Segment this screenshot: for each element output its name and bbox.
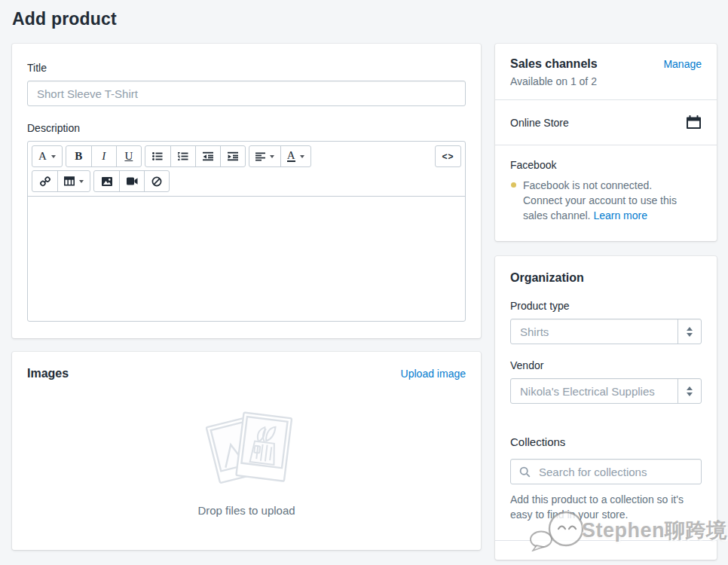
outdent-button[interactable] <box>195 146 220 166</box>
text-format-dropdown[interactable]: A <box>32 146 62 166</box>
insert-link-button[interactable] <box>32 171 57 191</box>
italic-button[interactable]: I <box>91 146 116 166</box>
numbered-list-button[interactable] <box>170 146 195 166</box>
table-icon <box>64 176 75 186</box>
outdent-icon <box>203 151 213 161</box>
numbered-list-icon <box>178 151 188 161</box>
calendar-icon[interactable] <box>686 115 702 130</box>
organization-card: Organization Product type Shirts Vendor <box>495 256 717 560</box>
chevron-down-icon <box>270 155 274 158</box>
photos-illustration-icon <box>199 405 294 489</box>
stepper-down-icon <box>687 333 693 337</box>
title-input[interactable] <box>27 81 466 106</box>
vendor-stepper[interactable] <box>678 379 701 403</box>
page-title: Add product <box>12 9 716 29</box>
underline-button[interactable]: U <box>116 146 141 166</box>
content: Title Description A <box>0 44 728 560</box>
format-letter-icon: A <box>38 150 47 163</box>
clear-formatting-button[interactable] <box>144 171 169 191</box>
insert-video-button[interactable] <box>119 171 144 191</box>
online-store-label: Online Store <box>510 117 569 129</box>
text-color-dropdown[interactable]: A <box>280 146 310 166</box>
image-dropzone[interactable]: Drop files to upload <box>27 380 466 535</box>
vendor-select[interactable]: Nikola's Electrical Supplies <box>510 378 702 404</box>
collections-help-text: Add this product to a collection so it's… <box>510 492 700 522</box>
image-icon <box>102 177 112 186</box>
warning-dot-icon <box>511 182 516 188</box>
description-editor: A B I U <box>27 141 466 322</box>
description-textarea[interactable] <box>28 196 465 321</box>
title-label: Title <box>27 62 466 74</box>
stepper-down-icon <box>687 392 693 396</box>
stepper-up-icon <box>687 327 693 331</box>
images-card-title: Images <box>27 367 69 380</box>
sales-channels-title: Sales channels <box>510 57 598 71</box>
chevron-down-icon <box>79 180 84 183</box>
dropzone-text: Drop files to upload <box>197 504 295 517</box>
sales-channels-card: Sales channels Manage Available on 1 of … <box>495 44 717 241</box>
page-header: Add product <box>0 0 728 44</box>
text-color-icon: A <box>287 151 295 162</box>
bold-button[interactable]: B <box>66 146 91 166</box>
main-column: Title Description A <box>12 44 481 550</box>
clear-formatting-icon <box>151 176 162 187</box>
bulleted-list-button[interactable] <box>145 146 170 166</box>
learn-more-link[interactable]: Learn more <box>593 209 647 221</box>
bulleted-list-icon <box>152 151 163 161</box>
indent-button[interactable] <box>220 146 245 166</box>
insert-table-dropdown[interactable] <box>57 171 90 191</box>
availability-text: Available on 1 of 2 <box>510 75 702 87</box>
vendor-label: Vendor <box>510 359 702 371</box>
manage-channels-link[interactable]: Manage <box>663 58 702 70</box>
facebook-channel-label: Facebook <box>510 159 702 171</box>
product-type-stepper[interactable] <box>678 319 701 344</box>
search-icon <box>519 466 531 478</box>
video-icon <box>127 177 138 185</box>
description-label: Description <box>27 122 466 134</box>
upload-image-link[interactable]: Upload image <box>401 368 466 380</box>
indent-icon <box>228 151 238 161</box>
align-left-icon <box>255 152 265 161</box>
sidebar: Sales channels Manage Available on 1 of … <box>495 44 717 560</box>
product-type-select[interactable]: Shirts <box>510 319 702 344</box>
product-type-value: Shirts <box>511 319 678 344</box>
card-bottom-section <box>495 540 717 560</box>
online-store-row: Online Store <box>495 100 717 145</box>
link-icon <box>40 176 50 187</box>
chevron-down-icon <box>51 155 56 158</box>
alignment-dropdown[interactable] <box>249 146 280 166</box>
insert-image-button[interactable] <box>94 171 119 191</box>
vendor-value: Nikola's Electrical Supplies <box>511 379 678 403</box>
images-card: Images Upload image <box>12 352 481 550</box>
editor-toolbar: A B I U <box>28 142 465 196</box>
stepper-up-icon <box>687 386 693 390</box>
code-icon: <> <box>442 151 454 162</box>
facebook-warning-text: Facebook is not connected. Connect your … <box>523 178 692 223</box>
chevron-down-icon <box>300 155 304 158</box>
collections-search-box <box>510 459 702 484</box>
product-details-card: Title Description A <box>12 44 481 338</box>
collections-label: Collections <box>510 435 702 448</box>
product-type-label: Product type <box>510 300 702 312</box>
organization-title: Organization <box>510 271 702 285</box>
collections-search-input[interactable] <box>537 465 693 479</box>
html-code-button[interactable]: <> <box>436 146 460 166</box>
